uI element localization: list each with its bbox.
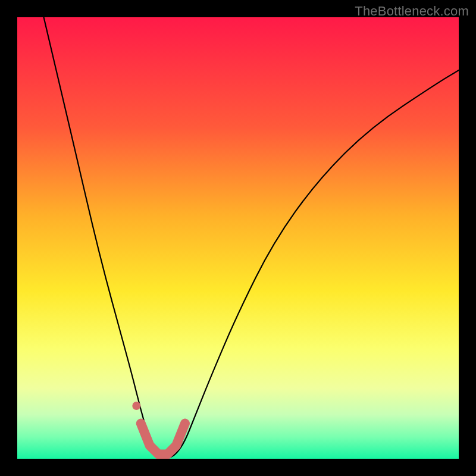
bottleneck-curve [44, 17, 459, 459]
marker-dot-icon [132, 402, 140, 410]
optimal-range-marker [141, 424, 185, 455]
chart-frame [17, 17, 459, 459]
bottleneck-plot [17, 17, 459, 459]
